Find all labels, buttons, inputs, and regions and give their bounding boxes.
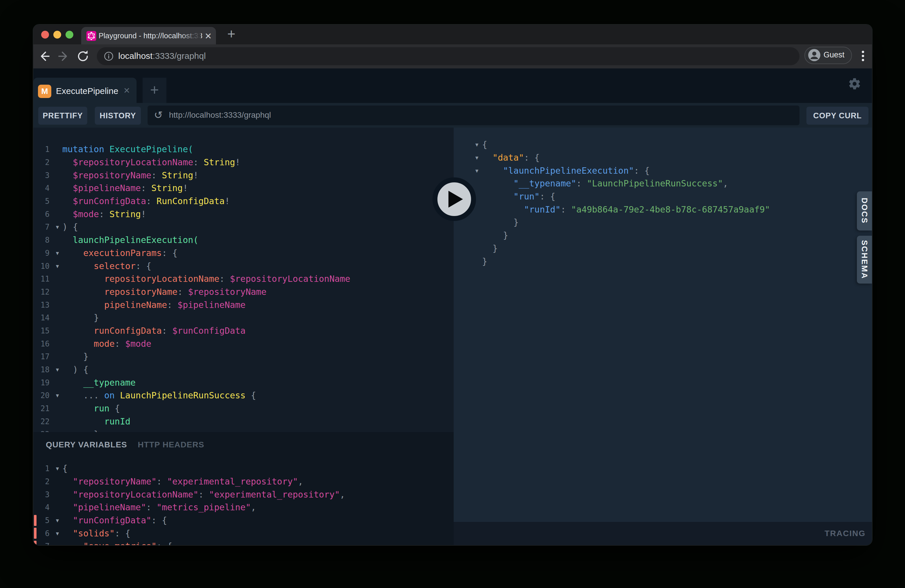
- code-text: ... on LaunchPipelineRunSuccess {: [62, 391, 256, 400]
- new-browser-tab-button[interactable]: +: [223, 26, 240, 43]
- fold-arrow-icon[interactable]: ▾: [52, 543, 62, 545]
- url-path: :3333/graphql: [152, 51, 206, 60]
- code-text: "data": {: [482, 153, 540, 162]
- code-line: 3 "repositoryLocationName": "experimenta…: [33, 488, 454, 501]
- code-line: 21 run {: [33, 402, 454, 415]
- avatar-icon: [808, 49, 821, 62]
- new-playground-tab-button[interactable]: +: [143, 78, 167, 103]
- response-viewer[interactable]: ▾{▾ "data": {▾ "launchPipelineExecution"…: [454, 127, 872, 522]
- code-line: 7▾) {: [33, 221, 454, 234]
- code-line: 13 pipelineName: $pipelineName: [33, 298, 454, 311]
- code-line: 5 $runConfigData: RunConfigData!: [33, 195, 454, 208]
- playground-tab-close-icon[interactable]: ✕: [124, 86, 130, 95]
- code-text: __typename: [62, 378, 136, 387]
- code-text: run {: [62, 404, 120, 413]
- line-number: 7: [33, 222, 52, 231]
- line-number: 4: [33, 184, 52, 192]
- line-number: 22: [33, 417, 52, 426]
- code-text: "run": {: [482, 192, 556, 201]
- code-line: ▾{: [454, 138, 872, 151]
- copy-curl-button[interactable]: COPY CURL: [807, 107, 868, 125]
- variables-editor-lines[interactable]: 1▾{2 "repositoryName": "experimental_rep…: [33, 462, 454, 545]
- url-host: localhost: [118, 51, 152, 60]
- profile-button[interactable]: Guest: [804, 47, 852, 64]
- line-number: 2: [33, 158, 52, 167]
- endpoint-reset-icon[interactable]: ↺: [154, 109, 163, 121]
- forward-icon[interactable]: [57, 49, 70, 63]
- code-text: $mode: String!: [62, 210, 146, 219]
- fold-arrow-icon[interactable]: ▾: [52, 517, 62, 524]
- code-text: }: [482, 218, 519, 227]
- url-bar[interactable]: localhost:3333/graphql: [97, 47, 800, 65]
- fold-arrow-icon[interactable]: ▾: [472, 167, 482, 174]
- fold-arrow-icon[interactable]: ▾: [52, 224, 62, 230]
- reload-icon[interactable]: [76, 49, 90, 63]
- browser-menu-icon[interactable]: [856, 49, 870, 63]
- line-number: 12: [33, 288, 52, 296]
- fold-arrow-icon[interactable]: ▾: [52, 530, 62, 537]
- fold-arrow-icon[interactable]: ▾: [52, 263, 62, 270]
- code-line: 10▾ selector: {: [33, 259, 454, 273]
- code-text: $runConfigData: RunConfigData!: [62, 197, 230, 205]
- endpoint-url: http://localhost:3333/graphql: [169, 110, 271, 120]
- browser-tab[interactable]: Playground - http://localhost:33 ✕: [81, 27, 216, 44]
- docs-side-tab[interactable]: DOCS: [857, 191, 872, 230]
- code-text: "launchPipelineExecution": {: [482, 167, 649, 175]
- code-text: ) {: [62, 366, 89, 374]
- fold-arrow-icon[interactable]: ▾: [472, 141, 482, 148]
- schema-side-tab[interactable]: SCHEMA: [857, 236, 872, 284]
- traffic-close-button[interactable]: [41, 31, 49, 38]
- code-text: ) {: [62, 222, 78, 231]
- code-line: 1mutation ExecutePipeline(: [33, 143, 454, 156]
- prettify-button[interactable]: PRETTIFY: [38, 107, 87, 125]
- code-line: 15 runConfigData: $runConfigData: [33, 324, 454, 337]
- code-line: }: [454, 255, 872, 268]
- line-number: 1: [33, 464, 52, 473]
- code-line: }: [454, 229, 872, 242]
- fold-arrow-icon[interactable]: ▾: [52, 250, 62, 257]
- code-text: }: [62, 313, 99, 322]
- back-icon[interactable]: [37, 49, 51, 63]
- fold-arrow-icon[interactable]: ▾: [472, 154, 482, 161]
- code-line: 5▾ "runConfigData": {: [33, 514, 454, 527]
- code-line: 9▾ executionParams: {: [33, 247, 454, 260]
- traffic-minimize-button[interactable]: [53, 31, 61, 38]
- code-text: repositoryLocationName: $repositoryLocat…: [62, 275, 350, 283]
- fold-arrow-icon[interactable]: ▾: [52, 366, 62, 373]
- code-line: 19 __typename: [33, 376, 454, 389]
- code-line: 16 mode: $mode: [33, 337, 454, 350]
- line-number: 10: [33, 262, 52, 270]
- tracing-toggle[interactable]: TRACING: [824, 529, 865, 538]
- fold-arrow-icon[interactable]: ▾: [52, 392, 62, 399]
- code-text: {: [62, 464, 68, 473]
- line-number: 8: [33, 236, 52, 245]
- code-line: 17 }: [33, 350, 454, 363]
- code-text: "runId": "a49b864a-79e2-4be8-b78c-687457…: [482, 205, 770, 214]
- line-number: 17: [33, 352, 52, 361]
- traffic-zoom-button[interactable]: [65, 31, 73, 38]
- tab-http-headers[interactable]: HTTP HEADERS: [138, 440, 204, 449]
- code-line: 6 $mode: String!: [33, 208, 454, 221]
- playground-tab[interactable]: M ExecutePipeline ✕: [33, 78, 137, 103]
- tab-close-icon[interactable]: ✕: [205, 31, 212, 41]
- query-editor[interactable]: 1mutation ExecutePipeline(2 $repositoryL…: [33, 127, 454, 432]
- code-text: }: [482, 257, 487, 266]
- line-number: 2: [33, 477, 52, 486]
- site-info-icon[interactable]: [104, 51, 114, 61]
- line-number: 14: [33, 313, 52, 322]
- execute-play-button[interactable]: [432, 178, 476, 221]
- code-text: "__typename": "LaunchPipelineRunSuccess"…: [482, 179, 728, 188]
- fold-arrow-icon[interactable]: ▾: [52, 465, 62, 472]
- endpoint-input[interactable]: ↺ http://localhost:3333/graphql: [148, 105, 800, 125]
- line-number: 20: [33, 391, 52, 400]
- line-number: 13: [33, 301, 52, 309]
- line-number: 1: [33, 145, 52, 154]
- history-button[interactable]: HISTORY: [95, 107, 141, 125]
- variables-panel: QUERY VARIABLES HTTP HEADERS 1▾{2 "repos…: [33, 432, 454, 545]
- tab-query-variables[interactable]: QUERY VARIABLES: [46, 440, 127, 449]
- code-line: 20▾ ... on LaunchPipelineRunSuccess {: [33, 389, 454, 402]
- code-line: 7▾ "save_metrics": {: [33, 540, 454, 545]
- settings-gear-icon[interactable]: [848, 77, 861, 91]
- code-text: "repositoryName": "experimental_reposito…: [62, 477, 303, 486]
- code-text: $repositoryLocationName: String!: [62, 158, 240, 167]
